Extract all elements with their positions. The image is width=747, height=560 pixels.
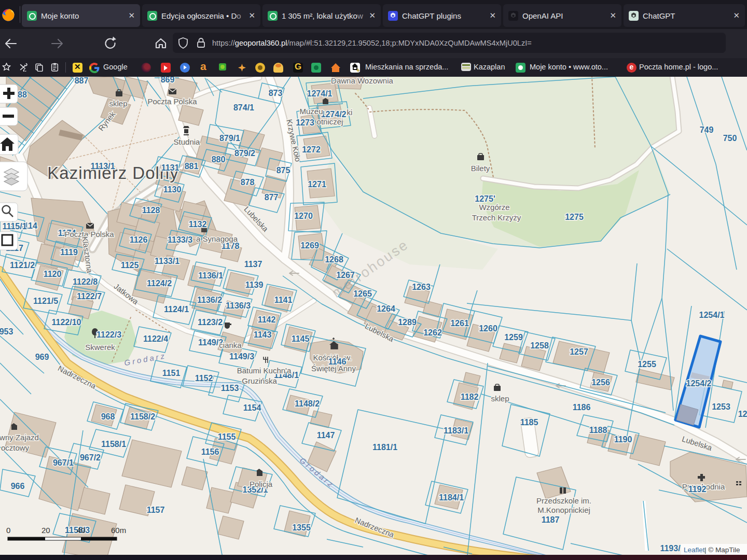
svg-text:750: 750 <box>723 134 737 143</box>
svg-text:1148/2: 1148/2 <box>295 399 320 408</box>
svg-text:1289: 1289 <box>398 318 417 327</box>
svg-text:1122/4: 1122/4 <box>143 334 168 343</box>
svg-text:cianka: cianka <box>219 341 242 349</box>
svg-text:1145: 1145 <box>292 334 310 343</box>
svg-text:967/1: 967/1 <box>53 458 74 467</box>
svg-text:1256: 1256 <box>591 378 610 387</box>
svg-text:1152: 1152 <box>195 374 213 383</box>
svg-text:1186: 1186 <box>573 403 591 412</box>
svg-text:1123/2: 1123/2 <box>198 318 223 327</box>
svg-text:1259: 1259 <box>504 333 523 342</box>
svg-text:1257: 1257 <box>570 347 588 356</box>
svg-text:1122/10: 1122/10 <box>52 318 81 327</box>
svg-text:1128: 1128 <box>142 206 160 215</box>
svg-text:60m: 60m <box>111 526 126 535</box>
svg-text:Bilety: Bilety <box>471 164 490 173</box>
svg-text:Batumi Kuchn'a: Batumi Kuchn'a <box>237 366 292 375</box>
svg-text:1157: 1157 <box>147 506 165 514</box>
svg-text:88: 88 <box>18 90 27 99</box>
svg-text:953: 953 <box>0 327 13 336</box>
svg-text:a Synagoga: a Synagoga <box>196 234 238 243</box>
svg-text:1255: 1255 <box>638 360 656 369</box>
svg-text:Świętej Anny: Świętej Anny <box>311 364 356 373</box>
svg-text:1132: 1132 <box>189 220 207 229</box>
svg-text:1153: 1153 <box>221 384 239 393</box>
svg-text:1121/5: 1121/5 <box>33 297 58 305</box>
svg-text:1188: 1188 <box>589 426 607 435</box>
svg-text:Poczta Polska: Poczta Polska <box>147 97 197 106</box>
svg-text:1254/2: 1254/2 <box>686 379 712 388</box>
svg-text:1125: 1125 <box>121 261 139 270</box>
svg-text:1265: 1265 <box>353 289 372 298</box>
svg-text:1193/: 1193/ <box>660 544 681 553</box>
svg-text:1151: 1151 <box>162 369 181 377</box>
svg-text:1264: 1264 <box>377 304 395 313</box>
svg-text:1274/1: 1274/1 <box>307 89 333 98</box>
svg-text:1273: 1273 <box>296 118 314 127</box>
svg-text:1267: 1267 <box>336 271 355 279</box>
svg-text:1254/1: 1254/1 <box>699 311 725 319</box>
svg-text:879/2: 879/2 <box>234 149 255 158</box>
svg-text:20: 20 <box>42 526 50 535</box>
svg-text:1275': 1275' <box>475 194 495 203</box>
svg-text:Studnia: Studnia <box>174 137 201 146</box>
svg-text:1113/1: 1113/1 <box>90 162 115 171</box>
svg-text:1253: 1253 <box>712 402 730 411</box>
svg-text:1182: 1182 <box>461 393 479 401</box>
svg-text:Muzeu: Muzeu <box>299 107 323 116</box>
svg-text:Dawna Wozownia: Dawna Wozownia <box>331 77 393 85</box>
svg-text:1149/3: 1149/3 <box>229 352 254 361</box>
svg-text:1158/1: 1158/1 <box>101 440 126 449</box>
svg-text:874/1: 874/1 <box>233 103 254 112</box>
svg-text:878: 878 <box>241 178 255 187</box>
svg-text:1268: 1268 <box>325 255 343 264</box>
svg-text:M.Konopnickiej: M.Konopnickiej <box>537 506 590 514</box>
svg-text:879/1: 879/1 <box>219 134 240 143</box>
svg-text:968: 968 <box>101 412 115 421</box>
svg-text:1124/2: 1124/2 <box>147 279 172 288</box>
svg-text:969: 969 <box>35 353 49 361</box>
svg-text:966: 966 <box>11 482 25 491</box>
svg-text:1139: 1139 <box>245 281 264 289</box>
svg-text:881: 881 <box>185 162 199 171</box>
svg-text:1130: 1130 <box>163 185 182 194</box>
svg-text:1184/1: 1184/1 <box>439 493 464 502</box>
svg-text:1136/3: 1136/3 <box>226 301 251 310</box>
svg-text:Przedszkole im.: Przedszkole im. <box>536 496 591 505</box>
svg-text:ki: ki <box>347 108 353 117</box>
svg-text:1190: 1190 <box>614 435 632 444</box>
svg-text:1269: 1269 <box>300 241 319 250</box>
svg-text:1260: 1260 <box>479 324 497 333</box>
svg-text:1261: 1261 <box>450 319 469 328</box>
svg-text:1122/3: 1122/3 <box>96 330 121 339</box>
svg-text:1133/1: 1133/1 <box>155 257 179 265</box>
svg-text:1271: 1271 <box>308 180 326 189</box>
svg-text:1120: 1120 <box>44 270 62 278</box>
svg-text:1131: 1131 <box>161 163 179 172</box>
svg-text:1156: 1156 <box>201 447 219 456</box>
svg-text:Leaflet: Leaflet <box>684 546 705 554</box>
svg-text:ocztowy: ocztowy <box>1 443 30 452</box>
svg-text:1143: 1143 <box>254 330 272 339</box>
svg-text:1158/2: 1158/2 <box>130 412 155 421</box>
svg-text:1185: 1185 <box>520 418 538 427</box>
svg-text:1355: 1355 <box>292 523 311 532</box>
svg-text:sklep: sklep <box>109 99 127 108</box>
svg-text:967/2: 967/2 <box>80 453 101 462</box>
svg-text:125: 125 <box>738 410 747 418</box>
svg-text:1136/2: 1136/2 <box>197 296 222 304</box>
svg-text:Trzech Krzyży: Trzech Krzyży <box>472 213 521 222</box>
svg-text:749: 749 <box>700 125 714 134</box>
svg-text:1275: 1275 <box>565 213 584 221</box>
svg-text:887: 887 <box>75 77 89 85</box>
svg-text:1142: 1142 <box>258 315 276 324</box>
svg-text:1137: 1137 <box>244 260 262 269</box>
svg-text:1262: 1262 <box>423 328 442 337</box>
svg-text:Skwerek: Skwerek <box>85 343 115 352</box>
svg-text:1126: 1126 <box>130 235 148 244</box>
svg-text:1183/1: 1183/1 <box>444 426 468 435</box>
svg-text:1136/1: 1136/1 <box>198 271 223 280</box>
svg-text:wny Zajazd: wny Zajazd <box>0 433 39 442</box>
svg-text:1122/8: 1122/8 <box>73 277 98 286</box>
svg-text:880: 880 <box>212 155 226 164</box>
